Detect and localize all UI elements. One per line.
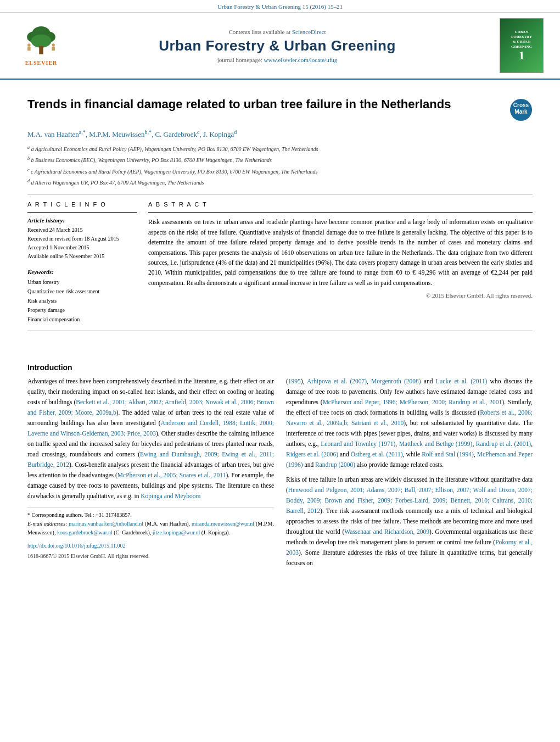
svg-point-4 bbox=[31, 34, 52, 47]
ref-pokorny: Pokorny et al., 2003 bbox=[286, 539, 533, 556]
ref-mcpherson: McPherson et al., 2005; Soares et al., 2… bbox=[117, 472, 226, 478]
ref-leonard: Leonard and Townley (1971) bbox=[321, 440, 395, 447]
article-content: Trends in financial damage related to ur… bbox=[0, 80, 560, 349]
ref-beckett: Beckett et al., 2001; Akbari, 2002; Arnf… bbox=[27, 399, 274, 416]
affiliation-b: b b Business Economics (BEC), Wageningen… bbox=[27, 155, 533, 165]
elsevier-brand-text: ELSEVIER bbox=[25, 60, 58, 66]
authors-line: M.A. van Haaftena,*, M.P.M. Meuwissenb,*… bbox=[27, 128, 533, 141]
crossmark-logo: Cross Mark bbox=[509, 98, 533, 124]
journal-ref-text: Urban Forestry & Urban Greening 15 (2016… bbox=[217, 3, 343, 10]
available-date: Available online 5 November 2015 bbox=[27, 252, 137, 261]
ref-kopinga: Kopinga and Meyboom bbox=[141, 493, 200, 499]
ref-morgenroth: Morgenroth (2008) bbox=[371, 378, 421, 384]
received-date: Received 24 March 2015 bbox=[27, 226, 137, 235]
revised-date: Received in revised form 18 August 2015 bbox=[27, 235, 137, 243]
article-title-section: Trends in financial damage related to ur… bbox=[27, 96, 533, 124]
copyright-text: © 2015 Elsevier GmbH. All rights reserve… bbox=[148, 292, 533, 299]
abstract-text: Risk assessments on trees in urban areas… bbox=[148, 217, 533, 288]
email-meuwissen[interactable]: miranda.meuwissen@wur.nl bbox=[192, 521, 254, 527]
keyword-3: Risk analysis bbox=[27, 296, 137, 305]
accepted-date: Accepted 1 November 2015 bbox=[27, 243, 137, 252]
svg-text:Cross: Cross bbox=[513, 102, 529, 108]
ref-ridgers: Ridgers et al. (2006) bbox=[286, 451, 338, 458]
ref-mattheck: Mattheck and Bethge (1999) bbox=[399, 440, 473, 447]
footnote-section: * Corresponding authors. Tel.: +31 31748… bbox=[27, 507, 274, 537]
svg-point-6 bbox=[27, 43, 31, 47]
affiliation-c: c c Agricultural Economics and Rural Pol… bbox=[27, 166, 533, 176]
abstract-heading: A B S T R A C T bbox=[148, 201, 533, 208]
body-para-1: Advantages of trees have been comprehens… bbox=[27, 376, 274, 501]
keyword-4: Property damage bbox=[27, 305, 137, 315]
sciencedirect-link[interactable]: ScienceDirect bbox=[292, 29, 326, 35]
journal-header: ELSEVIER Contents lists available at Sci… bbox=[0, 13, 560, 80]
homepage-label: journal homepage: bbox=[217, 57, 262, 63]
page: Urban Forestry & Urban Greening 15 (2016… bbox=[0, 0, 560, 742]
body-two-col: Advantages of trees have been comprehens… bbox=[27, 376, 533, 572]
svg-text:Mark: Mark bbox=[514, 109, 528, 115]
svg-rect-5 bbox=[39, 46, 43, 54]
affiliation-d: d d Alterra Wageningen UR, PO Box 47, 67… bbox=[27, 177, 533, 187]
body-left-col: Advantages of trees have been comprehens… bbox=[27, 376, 274, 572]
ref-randrup2001: Randrup et al. (2001) bbox=[476, 440, 531, 447]
ref-henwood: Henwood and Pidgeon, 2001; Adams, 2007; … bbox=[286, 487, 533, 514]
email-gardebroek[interactable]: koos.gardebroek@wur.nl bbox=[57, 529, 113, 535]
ref-anderson: Anderson and Cordell, 1988; Luttik, 2000… bbox=[27, 420, 274, 437]
ref-ewing: Ewing and Dumbaugh, 2009; Ewing et al., … bbox=[27, 451, 274, 468]
corresponding-authors-note: * Corresponding authors. Tel.: +31 31748… bbox=[27, 511, 274, 520]
keyword-2: Quantitative tree risk assessment bbox=[27, 287, 137, 296]
article-info-heading: A R T I C L E I N F O bbox=[27, 201, 137, 208]
journal-cover-section: URBANFORESTRY& URBANGREENING 1 bbox=[483, 18, 544, 73]
journal-title: Urban Forestry & Urban Greening bbox=[71, 37, 483, 54]
cover-number: 1 bbox=[519, 49, 525, 62]
ref-rolf: Rolf and Stal (1994) bbox=[422, 451, 474, 458]
history-label: Article history: bbox=[27, 217, 137, 224]
svg-rect-9 bbox=[52, 46, 55, 50]
divider-2 bbox=[27, 331, 533, 331]
intro-heading: Introduction bbox=[27, 363, 533, 372]
ref-1995: 1995 bbox=[288, 378, 301, 384]
ref-lucke: Lucke et al. (2011) bbox=[436, 378, 488, 384]
doi-section: http://dx.doi.org/10.1016/j.ufug.2015.11… bbox=[27, 542, 274, 551]
body-right-para-2: Risks of tree failure in urban areas are… bbox=[286, 475, 533, 568]
elsevier-tree-icon bbox=[19, 26, 63, 59]
ref-randrup2000: Randrup (2000) bbox=[315, 461, 355, 468]
elsevier-logo-section: ELSEVIER bbox=[11, 26, 71, 66]
keyword-1: Urban forestry bbox=[27, 277, 137, 287]
keyword-5: Financial compensation bbox=[27, 315, 137, 324]
journal-info-center: Contents lists available at ScienceDirec… bbox=[71, 29, 483, 63]
affiliations: a a Agricultural Economics and Rural Pol… bbox=[27, 144, 533, 187]
svg-point-8 bbox=[52, 43, 55, 47]
abstract-col: A B S T R A C T Risk assessments on tree… bbox=[148, 201, 533, 324]
affiliation-a: a a Agricultural Economics and Rural Pol… bbox=[27, 144, 533, 154]
ref-roberts: Roberts et al., 2006; Navarro et al., 20… bbox=[286, 409, 533, 426]
ref-arhipova: Arhipova et al. (2007) bbox=[307, 378, 367, 384]
journal-cover-image: URBANFORESTRY& URBANGREENING 1 bbox=[500, 18, 544, 73]
doi-link[interactable]: http://dx.doi.org/10.1016/j.ufug.2015.11… bbox=[27, 543, 126, 549]
email-addresses: E-mail addresses: marinus.vanhaaften@inh… bbox=[27, 520, 274, 537]
crossmark-icon: Cross Mark bbox=[509, 98, 533, 121]
divider-1 bbox=[27, 194, 533, 194]
homepage-url[interactable]: www.elsevier.com/locate/ufug bbox=[264, 57, 338, 63]
keywords-label: Keywords: bbox=[27, 269, 137, 275]
elsevier-logo: ELSEVIER bbox=[11, 26, 71, 66]
article-title: Trends in financial damage related to ur… bbox=[27, 96, 451, 113]
svg-rect-7 bbox=[27, 46, 31, 50]
email-haaften[interactable]: marinus.vanhaaften@inholland.nl bbox=[69, 521, 143, 527]
info-abstract-section: A R T I C L E I N F O Article history: R… bbox=[27, 201, 533, 324]
journal-homepage: journal homepage: www.elsevier.com/locat… bbox=[71, 57, 483, 63]
article-info-col: A R T I C L E I N F O Article history: R… bbox=[27, 201, 137, 324]
main-body: Introduction Advantages of trees have be… bbox=[0, 349, 560, 583]
contents-label: Contents lists available at bbox=[228, 29, 290, 35]
ref-ostberg: Östberg et al. (2011) bbox=[351, 451, 403, 458]
keywords-section: Keywords: Urban forestry Quantitative tr… bbox=[27, 269, 137, 324]
body-right-para-1: (1995), Arhipova et al. (2007), Morgenro… bbox=[286, 376, 533, 470]
issn-line: 1618-8667/© 2015 Elsevier GmbH. All righ… bbox=[27, 552, 274, 561]
body-right-col: (1995), Arhipova et al. (2007), Morgenro… bbox=[286, 376, 533, 572]
email-kopinga[interactable]: jitze.kopinga@wur.nl bbox=[153, 529, 200, 535]
journal-reference-bar: Urban Forestry & Urban Greening 15 (2016… bbox=[0, 0, 560, 13]
ref-mcpherson-peper: McPherson and Peper, 1996; McPherson, 20… bbox=[323, 399, 502, 405]
ref-wassenaar: Wassenaar and Richardson, 2009 bbox=[344, 528, 429, 535]
contents-available: Contents lists available at ScienceDirec… bbox=[71, 29, 483, 35]
